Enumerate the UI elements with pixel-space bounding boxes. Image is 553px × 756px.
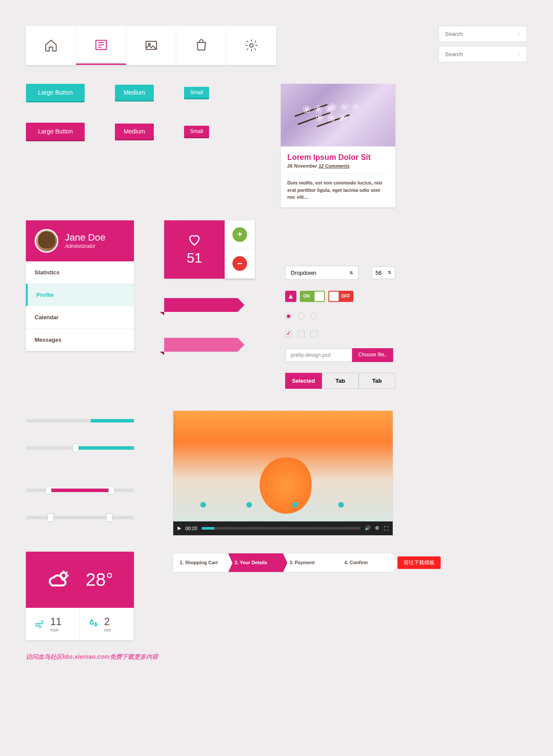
menu-profile[interactable]: Profile — [26, 284, 134, 306]
wind-icon — [34, 618, 46, 630]
blog-image — [281, 84, 395, 146]
blog-title: Lorem Ipsum Dolor Sit — [287, 153, 389, 162]
step-payment[interactable]: 3. Payment — [283, 553, 338, 572]
minus-button[interactable]: − — [232, 256, 247, 271]
svg-point-7 — [518, 33, 520, 35]
wind-value: 11 — [50, 616, 62, 628]
slider-pink-1[interactable] — [26, 489, 134, 492]
large-button-teal[interactable]: Large Button — [26, 84, 85, 101]
comments-link[interactable]: 12 Comments — [318, 163, 350, 168]
step-confirm[interactable]: 4. Confirm — [338, 553, 393, 572]
weather-widget: 28° 11mph 2mm — [26, 552, 134, 640]
small-button-pink[interactable]: Small — [184, 126, 209, 137]
dropdown[interactable]: Dropdown⇅ — [285, 266, 359, 280]
search-box-1[interactable] — [439, 26, 527, 42]
plus-button[interactable]: + — [232, 227, 247, 242]
radio-3[interactable] — [310, 313, 317, 320]
main-nav — [26, 26, 276, 65]
search-icon — [518, 31, 521, 37]
tabs: Selected Tab Tab — [285, 373, 395, 389]
svg-line-8 — [519, 34, 520, 35]
checkbox-1[interactable] — [285, 330, 292, 337]
step-details[interactable]: 2. Your Details — [228, 553, 283, 572]
avatar — [35, 229, 58, 253]
menu-calendar[interactable]: Calendar — [26, 306, 134, 329]
cloud-sun-icon — [47, 568, 73, 591]
bag-icon — [194, 38, 208, 52]
blog-card: Lorem Ipsum Dolor Sit 26 November 12 Com… — [281, 84, 395, 207]
watermark: 访问血鸟社区bbs.xieniao.com免费下载更多内容 — [26, 653, 527, 661]
user-name: Jane Doe — [65, 232, 105, 243]
like-count: 51 — [187, 250, 202, 266]
user-card: Jane Doe Administrator Statistics Profil… — [26, 220, 134, 351]
tab-3[interactable]: Tab — [359, 373, 395, 389]
tab-selected[interactable]: Selected — [285, 373, 322, 389]
nav-home[interactable] — [26, 26, 76, 65]
number-stepper[interactable]: 56⇅ — [372, 267, 395, 279]
tab-2[interactable]: Tab — [322, 373, 359, 389]
search-input[interactable] — [445, 51, 518, 57]
rain-value: 2 — [104, 616, 111, 628]
checkbox-3[interactable] — [310, 330, 317, 337]
choose-file-button[interactable]: Choose file.. — [352, 348, 393, 362]
svg-line-10 — [519, 54, 520, 55]
news-icon — [94, 38, 108, 52]
medium-button-pink[interactable]: Medium — [115, 124, 154, 139]
search-input[interactable] — [445, 31, 518, 37]
toggle-on[interactable]: ON — [300, 291, 325, 302]
slider-teal-2[interactable] — [26, 446, 134, 450]
slider-teal-1[interactable] — [26, 419, 134, 422]
video-time: 00:20 — [185, 526, 197, 531]
blog-meta: 26 November 12 Comments — [287, 163, 389, 168]
step-cart[interactable]: 1. Shopping Cart — [173, 553, 228, 572]
play-button[interactable]: ▶ — [178, 525, 181, 531]
radio-2[interactable] — [298, 313, 305, 320]
home-icon — [44, 38, 58, 52]
download-button[interactable]: 前往下载模板 — [397, 556, 441, 569]
temperature: 28° — [86, 569, 113, 590]
nav-news[interactable] — [76, 26, 126, 65]
radio-1[interactable] — [285, 313, 292, 320]
ribbon-2 — [164, 338, 238, 352]
rain-icon — [88, 618, 100, 630]
settings-icon[interactable]: ⚙ — [375, 525, 379, 531]
svg-point-9 — [518, 53, 520, 55]
user-role: Administrator — [65, 243, 105, 249]
like-widget: 51 + − — [164, 220, 255, 279]
search-box-2[interactable] — [439, 46, 527, 62]
chevron-icon: ⇅ — [350, 270, 353, 275]
nav-gallery[interactable] — [126, 26, 176, 65]
search-icon — [518, 51, 521, 57]
toggle-off[interactable]: OFF — [328, 291, 353, 302]
ribbon-1 — [164, 298, 238, 312]
slider-pink-2[interactable] — [26, 516, 134, 519]
checkbox-2[interactable] — [298, 330, 305, 337]
svg-point-6 — [250, 44, 253, 47]
small-button-teal[interactable]: Small — [184, 87, 209, 98]
menu-statistics[interactable]: Statistics — [26, 261, 134, 284]
up-button[interactable]: ▲ — [285, 291, 296, 302]
fullscreen-icon[interactable]: ⛶ — [384, 526, 388, 531]
checkout-steps: 1. Shopping Cart 2. Your Details 3. Paym… — [173, 553, 393, 572]
menu-messages[interactable]: Messages — [26, 329, 134, 351]
volume-icon[interactable]: 🔊 — [365, 525, 371, 531]
file-input: pretty-design.psd Choose file.. — [285, 348, 393, 362]
image-icon — [144, 38, 158, 52]
large-button-pink[interactable]: Large Button — [26, 123, 85, 140]
video-player[interactable]: ▶ 00:20 🔊 ⚙ ⛶ — [173, 410, 393, 536]
file-name: pretty-design.psd — [285, 348, 352, 362]
video-progress[interactable] — [202, 527, 360, 530]
nav-settings[interactable] — [226, 26, 276, 65]
gear-icon — [245, 38, 258, 52]
heart-icon — [187, 233, 202, 247]
medium-button-teal[interactable]: Medium — [115, 85, 154, 100]
blog-excerpt: Duis mollis, est non commodo luctus, nis… — [287, 174, 389, 201]
video-controls: ▶ 00:20 🔊 ⚙ ⛶ — [173, 521, 393, 535]
nav-cart[interactable] — [176, 26, 226, 65]
